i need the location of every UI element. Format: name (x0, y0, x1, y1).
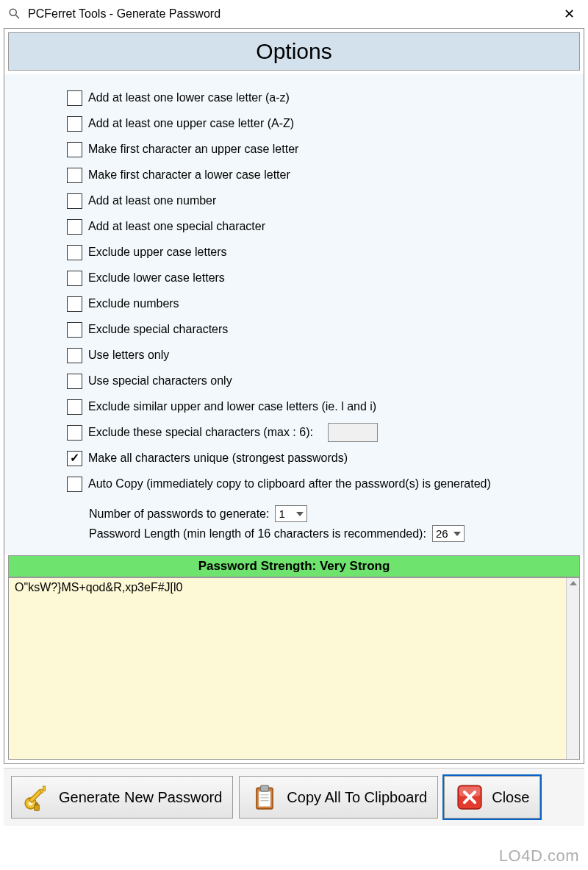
option-row: Exclude similar upper and lower case let… (67, 396, 584, 418)
option-row: Make first character an upper case lette… (67, 138, 584, 160)
option-row: Use letters only (67, 344, 584, 366)
option-checkbox[interactable] (67, 193, 82, 209)
option-label[interactable]: Make first character an upper case lette… (88, 143, 298, 156)
key-icon (22, 782, 51, 812)
close-button[interactable]: Close (444, 776, 540, 819)
generated-password-text: O"ksW?}MS+qod&R,xp3eF#J[l0 (15, 581, 182, 593)
option-label[interactable]: Use letters only (88, 349, 169, 362)
option-checkbox[interactable] (67, 116, 82, 132)
generated-password-output[interactable]: O"ksW?}MS+qod&R,xp3eF#J[l0 (8, 577, 580, 760)
option-row: Add at least one number (67, 190, 584, 212)
option-row: Add at least one lower case letter (a-z) (67, 87, 584, 109)
option-checkbox[interactable] (67, 142, 82, 157)
scrollbar[interactable] (566, 578, 579, 759)
copy-all-to-clipboard-button[interactable]: Copy All To Clipboard (239, 776, 438, 819)
option-label[interactable]: Use special characters only (88, 374, 232, 388)
option-checkbox[interactable] (67, 425, 82, 441)
svg-rect-11 (261, 785, 269, 791)
titlebar: PCFerret Tools - Generate Password ✕ (0, 0, 588, 28)
option-label[interactable]: Add at least one number (88, 194, 216, 207)
options-panel: Add at least one lower case letter (a-z)… (4, 74, 584, 555)
option-row: Exclude these special characters (max : … (67, 421, 584, 443)
number-of-passwords-label: Number of passwords to generate: (89, 507, 269, 521)
close-square-icon (455, 782, 484, 812)
password-strength-bar: Password Strength: Very Strong (8, 555, 580, 577)
svg-line-1 (16, 15, 20, 18)
option-checkbox[interactable] (67, 322, 82, 338)
option-row: Make first character a lower case letter (67, 164, 584, 186)
number-of-passwords-row: Number of passwords to generate:1 (89, 505, 584, 522)
svg-rect-10 (259, 791, 270, 807)
svg-rect-6 (40, 789, 43, 793)
option-checkbox[interactable] (67, 219, 82, 235)
option-label[interactable]: Exclude lower case letters (88, 271, 225, 285)
option-checkbox[interactable] (67, 399, 82, 415)
option-checkbox[interactable] (67, 348, 82, 363)
exclude-characters-input[interactable] (328, 423, 378, 442)
option-label[interactable]: Exclude these special characters (max : … (88, 426, 313, 439)
password-length-row: Password Length (min length of 16 charac… (89, 525, 584, 542)
option-label[interactable]: Auto Copy (immediately copy to clipboard… (88, 477, 491, 491)
option-checkbox[interactable] (67, 245, 82, 260)
window-title: PCFerret Tools - Generate Password (28, 7, 220, 21)
option-label[interactable]: Make first character a lower case letter (88, 168, 290, 182)
option-checkbox[interactable] (67, 271, 82, 286)
generate-new-password-button[interactable]: Generate New Password (11, 776, 233, 819)
options-header: Options (8, 32, 580, 71)
option-label[interactable]: Make all characters unique (strongest pa… (88, 452, 348, 465)
svg-rect-5 (43, 786, 45, 791)
close-icon[interactable]: ✕ (558, 3, 581, 25)
clipboard-icon (250, 782, 279, 812)
watermark: LO4D.com (499, 846, 579, 866)
option-checkbox[interactable] (67, 451, 82, 466)
option-row: Add at least one special character (67, 215, 584, 238)
number-of-passwords-select[interactable]: 1 (275, 505, 307, 522)
option-row: Auto Copy (immediately copy to clipboard… (67, 473, 584, 495)
option-label[interactable]: Add at least one lower case letter (a-z) (88, 91, 290, 104)
option-checkbox[interactable] (67, 477, 82, 492)
svg-rect-8 (35, 803, 37, 805)
close-button-label: Close (492, 789, 529, 806)
option-checkbox[interactable] (67, 168, 82, 183)
option-label[interactable]: Add at least one upper case letter (A-Z) (88, 117, 294, 130)
option-label[interactable]: Add at least one special character (88, 220, 265, 233)
option-row: Exclude lower case letters (67, 267, 584, 289)
app-icon (7, 7, 22, 21)
generate-button-label: Generate New Password (59, 789, 222, 806)
option-row: Use special characters only (67, 370, 584, 392)
password-length-label: Password Length (min length of 16 charac… (89, 527, 426, 541)
svg-point-0 (10, 9, 16, 15)
option-row: Make all characters unique (strongest pa… (67, 447, 584, 469)
option-checkbox[interactable] (67, 374, 82, 389)
option-row: Exclude numbers (67, 293, 584, 315)
option-row: Add at least one upper case letter (A-Z) (67, 113, 584, 135)
copy-button-label: Copy All To Clipboard (287, 789, 427, 806)
option-row: Exclude special characters (67, 318, 584, 340)
window-body: Options Add at least one lower case lett… (4, 28, 584, 764)
select-value: 1 (279, 507, 284, 520)
option-checkbox[interactable] (67, 90, 82, 106)
svg-rect-16 (459, 787, 481, 796)
button-bar: Generate New Password Copy All To Clipbo… (4, 768, 584, 826)
option-label[interactable]: Exclude similar upper and lower case let… (88, 400, 376, 413)
password-length-select[interactable]: 26 (432, 525, 465, 542)
option-label[interactable]: Exclude special characters (88, 323, 228, 336)
option-label[interactable]: Exclude numbers (88, 297, 179, 310)
select-value: 26 (436, 527, 448, 540)
option-label[interactable]: Exclude upper case letters (88, 246, 227, 259)
option-checkbox[interactable] (67, 296, 82, 312)
option-row: Exclude upper case letters (67, 241, 584, 263)
